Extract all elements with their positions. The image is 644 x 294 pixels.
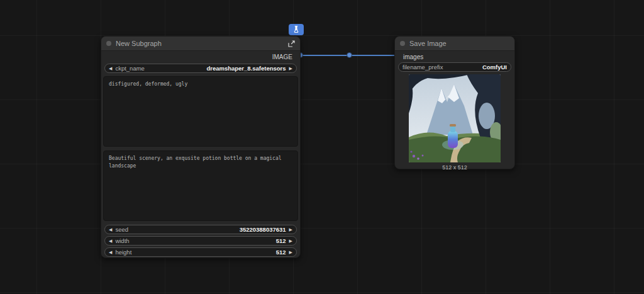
- widget-value: 35220388037631: [240, 226, 286, 233]
- node-save-image[interactable]: Save Image images filename_prefix ComfyU…: [394, 36, 515, 169]
- node-title: New Subgraph: [116, 40, 283, 47]
- node-header[interactable]: Save Image: [395, 37, 514, 51]
- output-slot-label: IMAGE: [272, 54, 292, 60]
- input-slot-label: images: [403, 54, 423, 60]
- widget-value: 512: [276, 237, 286, 244]
- widget-width[interactable]: ◀ width 512 ▶: [104, 236, 297, 246]
- widget-value: ComfyUI: [482, 64, 507, 71]
- widget-seed[interactable]: ◀ seed 35220388037631 ▶: [104, 225, 297, 234]
- output-slot-image[interactable]: IMAGE: [101, 51, 300, 62]
- input-slot-images[interactable]: images: [395, 51, 514, 62]
- widget-value: 512: [276, 249, 286, 256]
- decrement-arrow-icon[interactable]: ◀: [109, 250, 112, 254]
- preview-image[interactable]: [409, 74, 501, 162]
- flask-icon: [293, 24, 299, 35]
- increment-arrow-icon[interactable]: ▶: [289, 227, 292, 232]
- decrement-arrow-icon[interactable]: ◀: [109, 239, 112, 243]
- increment-arrow-icon[interactable]: ▶: [289, 66, 292, 71]
- widget-label: height: [115, 249, 131, 256]
- widget-height[interactable]: ◀ height 512 ▶: [104, 247, 297, 257]
- node-header[interactable]: New Subgraph: [101, 37, 300, 51]
- open-subgraph-icon[interactable]: [287, 40, 295, 47]
- node-status-dot[interactable]: [106, 41, 111, 46]
- subgraph-badge-button[interactable]: [289, 24, 304, 35]
- widget-label: ckpt_name: [115, 65, 144, 72]
- widget-label: seed: [115, 226, 128, 233]
- widget-value: dreamshaper_8.safetensors: [206, 65, 286, 72]
- decrement-arrow-icon[interactable]: ◀: [109, 227, 112, 232]
- node-status-dot[interactable]: [400, 41, 405, 46]
- increment-arrow-icon[interactable]: ▶: [289, 239, 292, 243]
- positive-prompt-textarea[interactable]: Beautiful scenery, an exqusite potion bo…: [103, 150, 298, 221]
- node-graph-canvas[interactable]: New Subgraph IMAGE ◀ ckpt_name dreamshap…: [0, 0, 644, 294]
- increment-arrow-icon[interactable]: ▶: [289, 250, 292, 254]
- image-dimensions-caption: 512 x 512: [395, 164, 514, 171]
- decrement-arrow-icon[interactable]: ◀: [109, 66, 112, 71]
- widget-label: filename_prefix: [402, 64, 443, 71]
- node-title: Save Image: [409, 40, 509, 47]
- widget-filename-prefix[interactable]: filename_prefix ComfyUI: [398, 62, 511, 72]
- link-midpoint-dot[interactable]: [347, 52, 352, 58]
- negative-prompt-textarea[interactable]: disfigured, deformed, ugly: [103, 76, 298, 147]
- widget-label: width: [115, 237, 129, 244]
- fantasy-landscape-image: [409, 74, 501, 162]
- widget-ckpt-name[interactable]: ◀ ckpt_name dreamshaper_8.safetensors ▶: [104, 64, 297, 73]
- node-new-subgraph[interactable]: New Subgraph IMAGE ◀ ckpt_name dreamshap…: [101, 36, 301, 258]
